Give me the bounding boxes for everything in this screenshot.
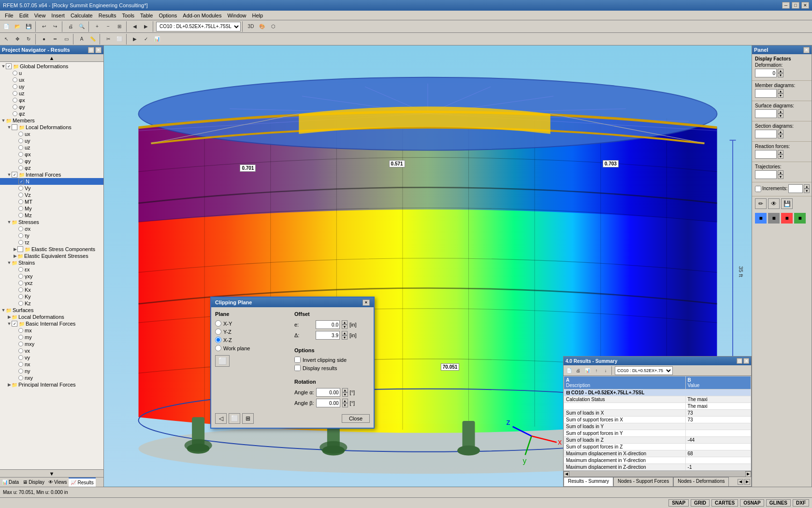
nav-tab-views[interactable]: 👁 Views [46,478,69,487]
rt-btn4[interactable]: ↑ [592,366,601,375]
tb-zoom-out[interactable]: − [103,21,114,32]
tree-nxy[interactable]: nxy [0,374,103,381]
radio-my[interactable] [18,335,23,340]
panel-color4[interactable]: ■ [794,213,806,224]
offset-delta-input[interactable] [316,331,340,340]
maximize-button[interactable]: □ [792,2,799,9]
increments-down[interactable]: ▼ [804,189,810,193]
rt-btn2[interactable]: 🖨 [574,366,582,375]
panel-color2[interactable]: ■ [768,213,780,224]
minimize-button[interactable]: ─ [782,2,790,9]
plane-work-radio[interactable] [215,345,221,351]
result-row-calc-status2[interactable]: The maxi [564,403,751,410]
tree-phiz[interactable]: φz [0,110,103,117]
tb-rotate[interactable]: ↻ [23,34,34,45]
tree-MT[interactable]: MT [0,198,103,205]
radio-phix[interactable] [13,98,17,103]
radio-m-uy[interactable] [18,138,23,143]
section-diagrams-up[interactable]: ▲ [778,130,783,134]
checkbox-N[interactable]: ✓ [18,179,24,184]
result-row-sum-support-x[interactable]: Sum of support forces in X 73 [564,417,751,423]
nav-tab-results[interactable]: 📈 Results [69,478,95,487]
osnap-btn[interactable]: OSNAP [740,499,764,507]
clipping-close-button[interactable]: Close [342,414,370,423]
grid-btn[interactable]: GRID [691,499,710,507]
radio-vy[interactable] [18,355,23,360]
result-row-max-disp-z[interactable]: Maximum displacement in Z-direction -1 [564,464,751,471]
panel-edit-btn[interactable]: ✏ [755,198,767,209]
close-button[interactable]: ✕ [801,2,809,9]
snap-btn[interactable]: SNAP [668,499,689,507]
tree-surf-local-def[interactable]: ▶ 📁 Local Deformations [0,314,103,320]
panel-view-btn[interactable]: 👁 [768,198,780,209]
result-row-sum-support-y[interactable]: Sum of support forces in Y [564,430,751,437]
nav-scroll-up[interactable]: ▲ [0,54,103,62]
nav-tab-data[interactable]: 📊 Data [0,478,21,487]
radio-m-ux[interactable] [18,132,23,136]
tree-m-phiy[interactable]: φy [0,158,103,164]
radio-m-phiz[interactable] [18,165,23,170]
menu-calculate[interactable]: Calculate [68,12,96,19]
results-close-btn[interactable]: ✕ [743,358,749,364]
rt-btn5[interactable]: ↓ [601,366,610,375]
result-row-sum-loads-z[interactable]: Sum of loads in Z -44 [564,437,751,444]
tb-member[interactable]: ━ [50,34,60,45]
menu-tools[interactable]: Tools [119,12,137,19]
angle-beta-up[interactable]: ▲ [342,399,348,403]
radio-nxy[interactable] [18,375,23,380]
nav-close-btn[interactable]: ✕ [95,47,102,53]
results-table-container[interactable]: ADescription BValue ⊟ CO10 - DL+0.52EX+.… [564,376,751,471]
checkbox-internal[interactable]: ✓ [12,172,17,178]
tb-open[interactable]: 📂 [12,21,23,32]
tree-local-deformations[interactable]: ▼ 📁 Local Deformations [0,124,103,131]
menu-window[interactable]: Window [224,12,249,19]
radio-My[interactable] [18,206,23,211]
tree-s-ty[interactable]: τy [0,232,103,239]
tb-zoom-in[interactable]: + [92,21,102,32]
tree-basic-internal-forces[interactable]: ▼ ✓ 📁 Basic Internal Forces [0,320,103,327]
dxf-btn[interactable]: DXF [793,499,809,507]
tb-measure[interactable]: 📏 [87,34,98,45]
radio-yxy[interactable] [18,274,23,279]
reaction-forces-input[interactable] [755,150,777,159]
trajectories-input[interactable] [755,170,777,179]
offset-delta-down[interactable]: ▼ [342,335,348,340]
tb-print[interactable]: 🖨 [65,21,76,32]
tree-mx[interactable]: mx [0,327,103,334]
tree-m-uy[interactable]: uy [0,137,103,144]
tree-uy[interactable]: uy [0,83,103,90]
tb-surface[interactable]: ▭ [61,34,72,45]
result-row-max-disp-x[interactable]: Maximum displacement in X-direction 68 [564,450,751,457]
surface-diagrams-input[interactable] [755,109,777,118]
tab-prev-btn[interactable]: ◀ [738,479,743,485]
angle-alpha-down[interactable]: ▼ [342,392,348,397]
tree-Vy[interactable]: Vy [0,185,103,192]
radio-MT[interactable] [18,199,23,204]
offset-delta-up[interactable]: ▲ [342,331,348,335]
tab-nodes-deformations[interactable]: Nodes - Deformations [673,477,729,486]
trajectories-down[interactable]: ▼ [778,175,783,179]
tb-wire[interactable]: ⬡ [268,21,278,32]
cartes-btn[interactable]: CARTES [711,499,738,507]
tree-vy[interactable]: vy [0,354,103,361]
plane-xz-radio[interactable] [215,337,221,343]
tb-label[interactable]: A [76,34,87,45]
radio-u[interactable] [13,71,17,75]
menu-options[interactable]: Options [156,12,180,19]
tree-principal-internal[interactable]: ▶ 📁 Principal Internal Forces [0,381,103,388]
panel-color1[interactable]: ■ [755,213,767,224]
invert-clipping-check[interactable] [294,357,301,363]
tree-Kz[interactable]: Kz [0,300,103,307]
tb-move[interactable]: ✥ [12,34,23,45]
radio-m-phix[interactable] [18,152,23,157]
tree-My[interactable]: My [0,205,103,212]
radio-ny[interactable] [18,369,23,374]
tb-next-result[interactable]: ▶ [141,21,151,32]
tree-global-deformations[interactable]: ▼ ✓ 📁 Global Deformations [0,63,103,70]
trajectories-up[interactable]: ▲ [778,170,783,175]
radio-tz[interactable] [18,240,23,245]
results-hscrollbar[interactable]: ◀ ▶ [564,471,751,477]
display-results-check[interactable] [294,365,301,371]
hscroll-right-btn[interactable]: ▶ [745,471,751,477]
increments-up[interactable]: ▲ [804,184,810,189]
